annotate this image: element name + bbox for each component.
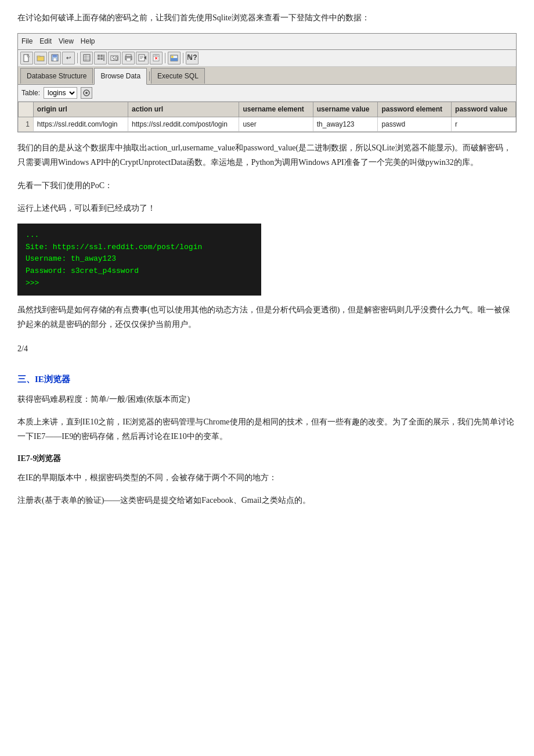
cell-username-value: th_away123 xyxy=(313,117,378,131)
table-label: Table: xyxy=(21,87,40,99)
cell-origin-url: https://ssl.reddit.com/login xyxy=(33,117,128,131)
svg-rect-15 xyxy=(103,55,104,61)
terminal-line-4: Password: s3cret_p4ssword xyxy=(26,265,253,278)
terminal-line-1: ... xyxy=(26,229,253,242)
sqlite-table-container: origin url action url username element u… xyxy=(18,102,516,132)
col-header-origin-url: origin url xyxy=(33,102,128,117)
col-header-password-value: password value xyxy=(452,102,516,117)
preview-button[interactable] xyxy=(136,52,149,64)
page-number: 2/4 xyxy=(17,342,517,356)
sqlite-data-table: origin url action url username element u… xyxy=(18,102,516,132)
cell-row-num: 1 xyxy=(19,117,34,131)
refresh-table-button[interactable] xyxy=(81,87,92,99)
svg-rect-5 xyxy=(53,55,57,57)
table-select[interactable]: logins xyxy=(44,87,77,99)
sqlite-toolbar: ↩ SQL ✕ ℕ? xyxy=(18,50,516,67)
terminal-line-3: Username: th_away123 xyxy=(26,253,253,265)
svg-rect-12 xyxy=(100,55,103,57)
menu-help[interactable]: Help xyxy=(81,35,95,47)
menu-view[interactable]: View xyxy=(59,35,74,47)
tab-browse-data[interactable]: Browse Data xyxy=(94,68,147,85)
open-file-button[interactable] xyxy=(34,52,47,64)
menu-edit[interactable]: Edit xyxy=(39,35,52,47)
section3-text1: 本质上来讲，直到IE10之前，IE浏览器的密码管理与Chrome使用的是相同的技… xyxy=(17,415,517,444)
cell-password-value: r xyxy=(452,117,516,131)
svg-rect-33 xyxy=(171,58,178,61)
intro-text: 在讨论如何破译上面存储的密码之前，让我们首先使用Sqlite浏览器来查看一下登陆… xyxy=(17,10,517,25)
svg-text:✕: ✕ xyxy=(154,56,158,60)
save-button[interactable] xyxy=(48,52,61,64)
undo-button[interactable]: ↩ xyxy=(62,52,75,64)
col-header-password-element: password element xyxy=(378,102,452,117)
terminal-block: ... Site: https://ssl.reddit.com/post/lo… xyxy=(17,224,261,296)
toolbar-sep-1 xyxy=(77,53,78,63)
image-button[interactable] xyxy=(168,52,181,64)
table-view-button[interactable] xyxy=(80,52,93,64)
cell-action-url: https://ssl.reddit.com/post/login xyxy=(128,117,239,131)
svg-text:SQL: SQL xyxy=(112,56,118,62)
menu-file[interactable]: File xyxy=(21,35,33,47)
section3-difficulty: 获得密码难易程度：简单/一般/困难(依版本而定) xyxy=(17,392,517,406)
toolbar-sep-3 xyxy=(183,53,183,63)
cell-username-element: user xyxy=(239,117,313,131)
svg-rect-13 xyxy=(98,57,100,60)
col-header-row xyxy=(19,102,34,117)
ie79-text1: 在IE的早期版本中，根据密码类型的不同，会被存储于两个不同的地方： xyxy=(17,470,517,485)
svg-point-36 xyxy=(85,92,88,94)
toolbar-sep-2 xyxy=(165,53,165,63)
svg-rect-14 xyxy=(100,57,103,60)
sqlite-browser-window: File Edit View Help ↩ SQL xyxy=(17,33,517,132)
print-button[interactable] xyxy=(122,52,135,64)
svg-rect-7 xyxy=(84,55,90,61)
tab-divider xyxy=(149,71,150,81)
ie79-text2: 注册表(基于表单的验证)——这类密码是提交给诸如Facebook、Gmail之类… xyxy=(17,493,517,507)
svg-rect-11 xyxy=(98,55,100,57)
terminal-line-5: >>> xyxy=(26,278,253,290)
sqlite-menubar: File Edit View Help xyxy=(18,34,516,49)
body-text-1: 我们的目的是从这个数据库中抽取出action_url,username_valu… xyxy=(17,141,517,170)
svg-rect-3 xyxy=(37,56,40,57)
table-selector-toolbar: Table: logins xyxy=(18,85,516,102)
delete-button[interactable]: ✕ xyxy=(150,52,163,64)
sqlite-tabs: Database Structure Browse Data Execute S… xyxy=(18,67,516,85)
col-header-action-url: action url xyxy=(128,102,239,117)
new-file-button[interactable] xyxy=(20,52,33,64)
svg-rect-6 xyxy=(53,58,56,61)
ie79-heading: IE7-9浏览器 xyxy=(17,452,517,466)
sql-button[interactable]: SQL xyxy=(108,52,121,64)
table-row[interactable]: 1 https://ssl.reddit.com/login https://s… xyxy=(19,117,516,131)
body-text-2: 虽然找到密码是如何存储的有点费事(也可以使用其他的动态方法，但是分析代码会更透彻… xyxy=(17,303,517,332)
tab-execute-sql[interactable]: Execute SQL xyxy=(151,68,205,84)
col-header-username-element: username element xyxy=(239,102,313,117)
terminal-line-2: Site: https://ssl.reddit.com/post/login xyxy=(26,242,253,254)
poc-label: 先看一下我们使用的PoC： xyxy=(17,178,517,193)
svg-point-34 xyxy=(171,56,174,58)
tab-database-structure[interactable]: Database Structure xyxy=(20,68,93,84)
svg-rect-20 xyxy=(127,58,131,61)
col-header-username-value: username value xyxy=(313,102,378,117)
section3-heading: 三、IE浏览器 xyxy=(17,372,517,387)
run-result-label: 运行上述代码，可以看到已经成功了！ xyxy=(17,201,517,215)
grid-view-button[interactable] xyxy=(94,52,107,64)
help-button[interactable]: ℕ? xyxy=(186,52,199,64)
cell-password-element: passwd xyxy=(378,117,452,131)
